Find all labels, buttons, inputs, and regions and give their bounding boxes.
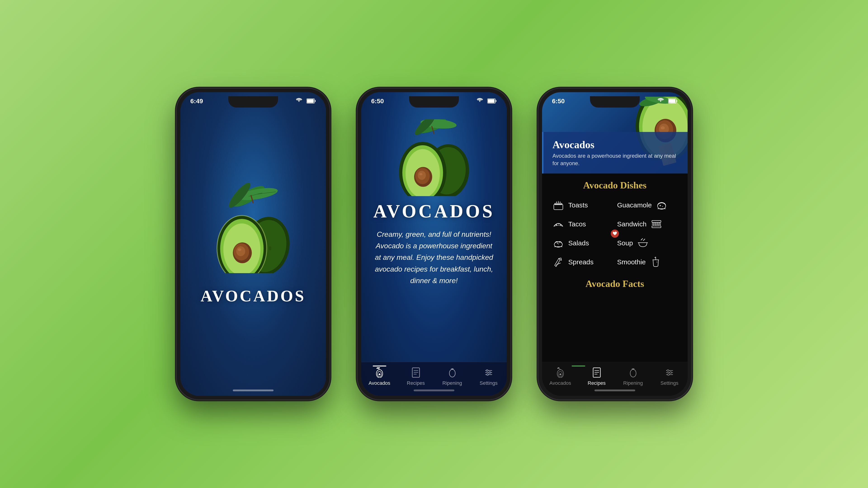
svg-point-34 [419, 173, 423, 175]
phone-2-screen: 6:50 [361, 92, 507, 396]
phone-1: 6:49 [176, 88, 330, 400]
tab-avocados-label-2: Avocados [368, 380, 390, 386]
wifi-icon-3 [658, 98, 666, 104]
phone-2-content: AVOCADOS Creamy, green, and full of nutr… [361, 92, 507, 396]
facts-section: Avocado Facts [542, 275, 688, 307]
svg-point-73 [558, 224, 559, 225]
smoothie-icon [649, 256, 662, 268]
svg-point-86 [558, 243, 559, 245]
header-title: Avocados [553, 139, 679, 151]
phone-3: 6:50 [538, 88, 692, 400]
dish-salads[interactable]: Salads [550, 234, 614, 252]
dish-spreads[interactable]: Spreads [550, 253, 614, 271]
splash-title: AVOCADOS [200, 287, 306, 305]
status-icons-3 [658, 98, 678, 104]
tab-recipes-3[interactable]: Recipes [579, 367, 615, 386]
header-subtitle: Avocados are a powerhouse ingredient at … [553, 152, 679, 167]
tab-settings-2[interactable]: Settings [470, 367, 507, 386]
guacamole-icon [655, 199, 668, 212]
tab-avocados-3[interactable]: Avocados [542, 367, 579, 386]
salads-icon [552, 237, 565, 250]
phone-1-content: AVOCADOS [180, 92, 326, 396]
wifi-icon-2 [477, 98, 485, 104]
notch-2 [409, 96, 459, 107]
time-1: 6:49 [190, 98, 203, 104]
tab-avocados-2[interactable]: Avocados [361, 367, 398, 386]
dishes-section: Avocado Dishes [542, 173, 688, 275]
svg-point-37 [379, 373, 380, 375]
soup-label: Soup [617, 239, 633, 247]
dishes-title: Avocado Dishes [550, 180, 680, 191]
svg-line-79 [653, 222, 654, 226]
dish-tacos[interactable]: Tacos [550, 215, 614, 233]
dish-toasts[interactable]: Toasts [550, 196, 614, 214]
svg-rect-75 [652, 221, 661, 222]
description-text: Creamy, green, and full of nutrients! Av… [361, 229, 507, 287]
svg-point-44 [450, 369, 455, 377]
sandwich-icon [650, 218, 663, 230]
svg-point-50 [487, 374, 489, 376]
svg-rect-22 [488, 99, 495, 103]
tab-ripening-label-2: Ripening [442, 380, 462, 386]
phone-2: 6:50 [357, 88, 511, 400]
battery-icon [307, 98, 316, 104]
svg-point-18 [238, 248, 241, 251]
svg-rect-76 [652, 226, 661, 228]
dishes-grid: Toasts Guacamole [550, 196, 680, 271]
tab-settings-label-3: Settings [660, 380, 679, 386]
guacamole-label: Guacamole [617, 201, 652, 209]
tab-avocados-label-3: Avocados [549, 380, 571, 386]
svg-rect-52 [676, 100, 677, 102]
svg-point-85 [559, 242, 560, 243]
svg-point-102 [667, 369, 669, 371]
avocados-icon-3 [555, 367, 566, 379]
header-info-box: Avocados Avocados are a powerhouse ingre… [542, 132, 688, 173]
heart-center [611, 230, 619, 238]
tab-ripening-2[interactable]: Ripening [434, 367, 470, 386]
svg-point-48 [486, 369, 488, 371]
dish-smoothie[interactable]: Smoothie [615, 253, 680, 271]
ripening-icon-3 [627, 367, 639, 379]
tab-recipes-label-3: Recipes [588, 380, 606, 386]
notch-1 [228, 96, 278, 107]
salads-label: Salads [568, 239, 589, 247]
svg-line-80 [655, 222, 656, 226]
ripening-tab-icon [446, 367, 458, 379]
svg-rect-53 [669, 99, 675, 103]
svg-point-71 [662, 206, 663, 207]
status-icons-1 [296, 98, 316, 104]
svg-point-84 [557, 242, 558, 244]
tab-ripening-label-3: Ripening [623, 380, 643, 386]
svg-point-92 [559, 373, 561, 375]
svg-point-60 [661, 126, 665, 129]
svg-point-98 [630, 369, 636, 377]
home-indicator-2[interactable] [414, 390, 454, 391]
avocado-image-1 [204, 183, 303, 273]
home-indicator-3[interactable] [594, 390, 635, 391]
avocado-image-2 [391, 119, 477, 196]
svg-rect-1 [315, 100, 315, 102]
dish-soup[interactable]: Soup [615, 234, 680, 252]
notch-3 [590, 96, 640, 107]
tab-underline [373, 365, 386, 366]
home-indicator-1[interactable] [233, 390, 274, 391]
settings-tab-icon [483, 367, 495, 379]
tab-settings-3[interactable]: Settings [651, 367, 688, 386]
battery-icon-3 [668, 98, 678, 104]
toasts-icon [552, 199, 565, 212]
svg-line-81 [657, 222, 658, 226]
dish-sandwich[interactable]: Sandwich [615, 215, 680, 233]
svg-line-82 [659, 222, 660, 226]
description-title: AVOCADOS [373, 201, 495, 222]
svg-rect-2 [307, 99, 314, 103]
tacos-icon [552, 218, 565, 230]
svg-point-72 [556, 224, 557, 226]
phone-3-screen: 6:50 [542, 92, 688, 396]
tab-ripening-3[interactable]: Ripening [615, 367, 651, 386]
dish-guacamole[interactable]: Guacamole [615, 196, 680, 214]
svg-point-74 [560, 225, 561, 226]
svg-point-49 [489, 372, 491, 373]
svg-point-17 [236, 246, 245, 256]
smoothie-label: Smoothie [617, 258, 646, 266]
tab-recipes-2[interactable]: Recipes [398, 367, 434, 386]
